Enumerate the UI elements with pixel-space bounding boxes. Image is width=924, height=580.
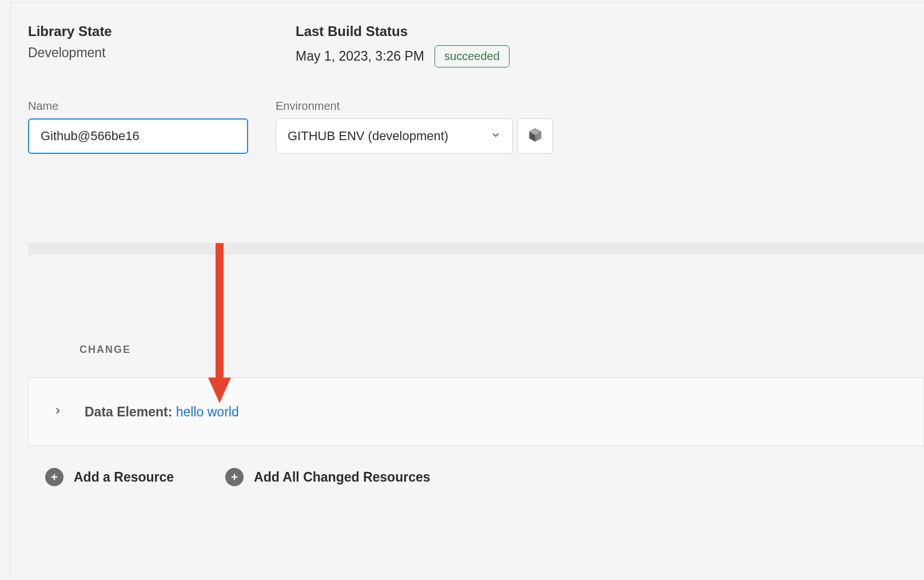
library-panel: Library State Development Last Build Sta… [10, 2, 924, 580]
change-item-link[interactable]: hello world [176, 404, 239, 419]
environment-field-label: Environment [276, 100, 553, 113]
add-resource-label: Add a Resource [74, 470, 174, 485]
actions-row: Add a Resource Add All Changed Resources [11, 468, 924, 486]
environment-package-button[interactable] [517, 118, 553, 154]
library-state-value: Development [28, 45, 268, 61]
add-all-changed-button[interactable]: Add All Changed Resources [225, 468, 430, 486]
name-field-label: Name [28, 100, 248, 113]
environment-select[interactable]: GITHUB ENV (development) [276, 118, 513, 154]
library-state-label: Library State [28, 23, 268, 39]
last-build-date: May 1, 2023, 3:26 PM [296, 49, 424, 64]
last-build-label: Last Build Status [296, 23, 509, 39]
change-item-prefix: Data Element: [85, 404, 176, 419]
package-icon [528, 128, 543, 145]
plus-circle-icon [45, 468, 63, 486]
header-section: Library State Development Last Build Sta… [11, 3, 924, 154]
add-resource-button[interactable]: Add a Resource [45, 468, 174, 486]
environment-selected-value: GITHUB ENV (development) [288, 129, 448, 144]
chevron-right-icon[interactable] [53, 406, 63, 418]
add-all-changed-label: Add All Changed Resources [254, 470, 430, 485]
change-item-row[interactable]: Data Element: hello world [28, 378, 924, 446]
build-status-badge: succeeded [435, 45, 509, 67]
chevron-down-icon [491, 130, 501, 142]
plus-circle-icon [225, 468, 244, 486]
change-section-header: CHANGE [11, 344, 924, 356]
change-item-label: Data Element: hello world [85, 404, 239, 420]
section-divider [28, 243, 924, 255]
name-input[interactable] [28, 118, 248, 154]
